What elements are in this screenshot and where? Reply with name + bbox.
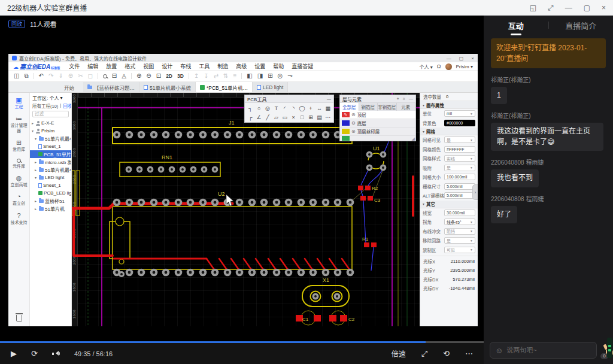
username-dropdown[interactable]: Prisim ▾ — [456, 64, 473, 69]
tab-interaction[interactable]: 互动 — [484, 20, 548, 31]
remove-loop-select[interactable]: 是▼ — [444, 237, 475, 244]
track-tool-icon[interactable]: ┐ — [246, 104, 254, 113]
panel-left-icon[interactable]: ◧ — [247, 73, 252, 79]
alt-snap-input[interactable]: 5.000mil — [444, 192, 475, 199]
measure-tool-icon[interactable]: ╱ — [263, 113, 272, 122]
rail-item-support[interactable]: ?技术支持 — [8, 210, 29, 228]
minimize-panel-icon[interactable]: — — [409, 96, 413, 101]
ellipse-tool-icon[interactable]: ◯ — [298, 104, 306, 113]
circle-tool-icon[interactable]: ○ — [254, 104, 263, 113]
via-tool-icon[interactable]: ◎ — [263, 104, 272, 113]
tab-start[interactable]: 开始 — [60, 82, 78, 92]
section-canvas-props[interactable]: ▾画布属性 — [420, 101, 478, 109]
section-other[interactable]: ▾其它 — [420, 201, 478, 208]
grid-style-select[interactable]: 实线▼ — [444, 155, 475, 162]
rail-item-design-manager[interactable]: ≔设计管理器 — [8, 113, 29, 136]
workspace-selector[interactable]: 工作区: 个人▾ — [30, 93, 71, 101]
web-fullscreen-icon[interactable]: ⟲ — [443, 349, 450, 358]
tree-item-selected[interactable]: PCB_51单片… — [30, 150, 71, 158]
view-2d-button[interactable]: 2D — [166, 73, 172, 79]
distribute-v-icon[interactable]: ⇅ — [223, 73, 228, 79]
tab-pcb-51-active[interactable]: *PCB_51单片机… — [196, 82, 253, 92]
drc-check-icon[interactable]: ◎ — [278, 73, 283, 79]
section-grid[interactable]: ▾网格 — [420, 128, 478, 135]
eda-close-icon[interactable]: × — [471, 56, 474, 61]
delete-icon[interactable]: ◻ — [88, 73, 93, 79]
tab-lanqiao-exercise[interactable]: 【蓝桥杯练习题… — [83, 82, 139, 92]
recycle-bin-icon[interactable] — [16, 315, 22, 321]
more-options-icon[interactable]: ⋯ — [465, 349, 473, 358]
eye-icon[interactable]: ⊙ — [351, 129, 356, 134]
layer-row-top[interactable]: ✎ ⊙ 顶层 — [340, 111, 415, 119]
workspace-dropdown[interactable]: 个人 ▾ — [420, 63, 433, 70]
layer-row-partial[interactable] — [340, 136, 415, 141]
find-component-icon[interactable]: ⊟ — [112, 73, 117, 79]
fit-view-icon[interactable]: ⊡ — [156, 73, 161, 79]
menu-help[interactable]: 帮助 — [273, 62, 284, 70]
rail-item-project[interactable]: ▣工程 — [8, 94, 29, 113]
pin-icon[interactable]: ⌖ — [397, 96, 399, 101]
user-avatar[interactable] — [445, 63, 452, 70]
background-color-field[interactable]: #000000 — [444, 120, 475, 126]
import-icon[interactable]: ⇓ — [58, 73, 63, 79]
expand-icon[interactable]: ⤢ — [421, 349, 427, 359]
snap-select[interactable]: 是▼ — [444, 165, 475, 171]
zoom-in-icon[interactable]: ⊕ — [136, 73, 141, 79]
tree-item[interactable]: Sheet_1 — [30, 181, 71, 189]
rail-item-lcsc-mall[interactable]: ◍立创商城 — [8, 172, 29, 190]
solid-region-tool-icon[interactable]: ▭ — [281, 113, 289, 122]
tree-item[interactable]: ▸E-X-E — [30, 119, 71, 127]
route-conflict-select[interactable]: 阻挡▼ — [444, 228, 475, 235]
eye-icon[interactable]: ⊙ — [351, 112, 356, 117]
arc2-tool-icon[interactable]: ◝ — [289, 104, 298, 113]
arc-tool-icon[interactable]: ◜ — [281, 104, 289, 113]
pcb-canvas[interactable]: 3200 3000 2800 2600 2400 2200 2000 1800 … — [72, 93, 420, 326]
recycle-link[interactable]: 回收站 — [63, 102, 71, 109]
menu-tools[interactable]: 工具 — [199, 62, 210, 70]
all-projects-label[interactable]: 所有工程(10) — [32, 102, 58, 109]
gear-icon[interactable]: ☼ — [402, 96, 406, 101]
group-icon[interactable]: ≡ — [233, 73, 236, 79]
save-icon[interactable]: ◫ — [14, 73, 19, 79]
reload-button[interactable]: ⟳ — [31, 349, 38, 358]
layer-view-icon[interactable]: ◬ — [122, 73, 126, 79]
tree-item[interactable]: ▸蓝桥杯51 — [30, 197, 71, 205]
image-tool-icon[interactable]: ▦ — [324, 104, 332, 113]
panel-right-icon[interactable]: ◨ — [257, 73, 263, 79]
undo-icon[interactable]: ↶ — [39, 73, 44, 79]
grid-panel-icon[interactable]: ⊞ — [268, 73, 272, 79]
corner-select[interactable]: 线条45°▼ — [444, 219, 475, 225]
volume-icon[interactable] — [52, 350, 60, 357]
menu-fabrication[interactable]: 制造 — [217, 62, 228, 70]
share-icon[interactable]: ⊸ — [287, 73, 292, 79]
drill-tool-icon[interactable]: × — [289, 113, 298, 122]
eye-icon[interactable]: ⊙ — [351, 120, 356, 126]
tree-item[interactable]: ▸micro-usb 发光… — [30, 158, 71, 166]
layer-row-bottom[interactable]: ⊙ 底层 — [340, 119, 415, 128]
menu-route[interactable]: 布线 — [180, 62, 191, 70]
pan-tool-icon[interactable]: + — [306, 104, 315, 113]
merge-icon[interactable]: ⊕ — [68, 73, 73, 79]
copper-pour-tool-icon[interactable]: ▱ — [272, 113, 280, 122]
tree-item[interactable]: Sheet_1 — [30, 142, 71, 150]
playback-speed-button[interactable]: 倍速 — [392, 348, 406, 359]
floating-widget[interactable] — [607, 338, 612, 358]
distribute-h-icon[interactable]: ⇄ — [214, 73, 219, 79]
dimension-tool-icon[interactable]: ↔ — [315, 104, 323, 113]
grid-size-input[interactable]: 100.000mil — [444, 174, 475, 180]
eda-maximize-icon[interactable]: ▢ — [459, 56, 464, 61]
tree-item[interactable]: ▸51单片机最小… — [30, 166, 71, 174]
menu-place[interactable]: 放置 — [106, 62, 117, 70]
search-icon[interactable] — [103, 74, 107, 78]
fullscreen-icon[interactable]: ⤢ — [548, 4, 554, 12]
tree-item[interactable]: PCB_LED lig… — [30, 189, 71, 197]
tree-item[interactable]: ▾51单片机最小… — [30, 135, 71, 142]
snap-size-input[interactable]: 5.000mil — [444, 183, 475, 190]
menu-live-qa[interactable]: 直播答疑 — [292, 62, 313, 70]
align-top-icon[interactable]: ↥ — [194, 73, 199, 79]
menu-view[interactable]: 视图 — [143, 62, 154, 70]
pad-tool-icon[interactable]: ▤ — [315, 113, 323, 122]
save-all-icon[interactable]: ⧉ — [24, 73, 28, 79]
menu-file[interactable]: 文件 — [69, 62, 80, 70]
layers-tab-all[interactable]: 全部层 — [340, 103, 359, 111]
